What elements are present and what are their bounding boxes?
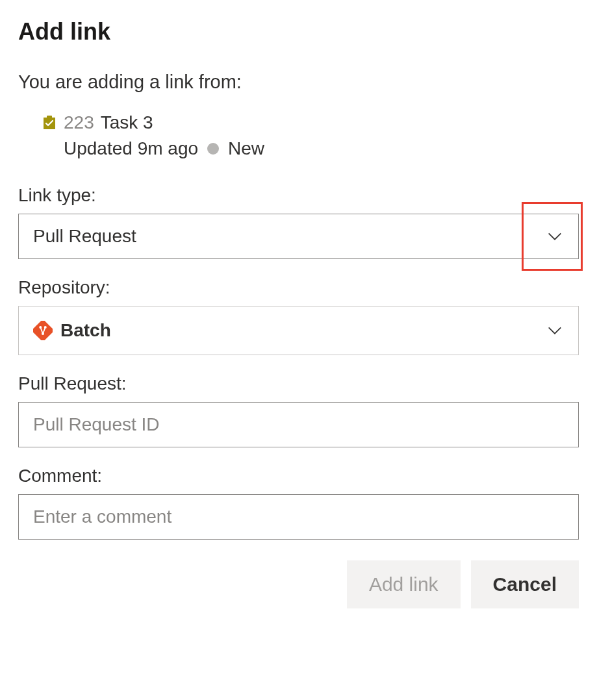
work-item-title: Task 3 xyxy=(101,112,153,133)
link-type-select[interactable]: Pull Request xyxy=(18,214,579,259)
pull-request-label: Pull Request: xyxy=(18,373,579,394)
add-link-button[interactable]: Add link xyxy=(347,560,461,608)
chevron-down-icon xyxy=(546,227,564,245)
dialog-subtitle: You are adding a link from: xyxy=(18,71,579,93)
pull-request-input[interactable] xyxy=(18,402,579,447)
work-item-updated: Updated 9m ago xyxy=(64,138,198,159)
chevron-down-icon xyxy=(546,321,564,340)
dialog-title: Add link xyxy=(18,18,579,45)
repository-label: Repository: xyxy=(18,277,579,298)
work-item-id: 223 xyxy=(64,112,94,133)
repository-select[interactable]: Batch xyxy=(18,306,579,355)
state-dot-icon xyxy=(207,143,219,155)
comment-input[interactable] xyxy=(18,494,579,540)
work-item-summary: 223 Task 3 Updated 9m ago New xyxy=(18,112,579,159)
repository-value: Batch xyxy=(60,320,111,341)
link-type-label: Link type: xyxy=(18,185,579,206)
git-repo-icon xyxy=(33,321,53,340)
comment-label: Comment: xyxy=(18,466,579,486)
svg-rect-1 xyxy=(47,116,52,119)
work-item-state: New xyxy=(228,138,264,159)
cancel-button[interactable]: Cancel xyxy=(471,560,579,608)
svg-rect-2 xyxy=(33,321,53,340)
task-icon xyxy=(42,115,57,131)
link-type-value: Pull Request xyxy=(33,226,136,247)
